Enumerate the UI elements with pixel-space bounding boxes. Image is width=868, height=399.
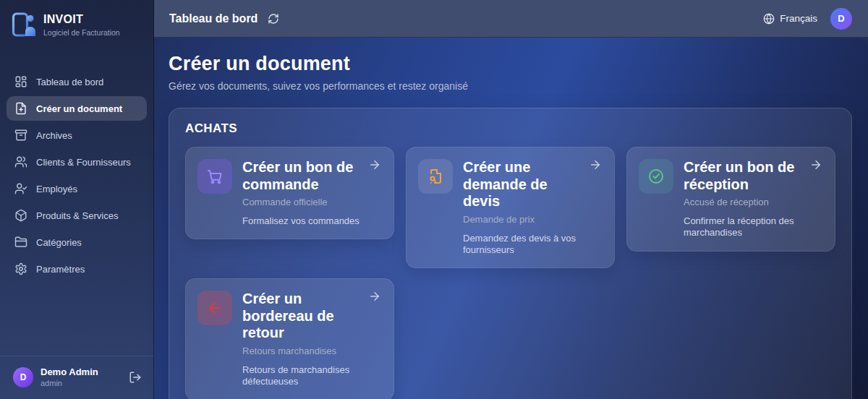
card-body: Créer un bon de commande Commande offici… bbox=[242, 159, 382, 227]
topbar-title: Tableau de bord bbox=[169, 12, 258, 25]
card-body: Créer une demande de devis Demande de pr… bbox=[463, 159, 603, 256]
sidebar-item-produits-services[interactable]: Produits & Services bbox=[7, 203, 147, 228]
card-title: Créer un bordereau de retour bbox=[242, 291, 367, 342]
cart-icon bbox=[197, 159, 232, 194]
card-demande-de-devis[interactable]: Créer une demande de devis Demande de pr… bbox=[406, 147, 615, 268]
globe-icon bbox=[763, 13, 775, 25]
card-description: Formalisez vos commandes bbox=[242, 215, 367, 227]
user-name: Demo Admin bbox=[41, 366, 98, 377]
file-plus-icon bbox=[14, 102, 27, 115]
arrow-right-icon bbox=[809, 158, 822, 171]
main-area: Tableau de bord Français D Créer un docu… bbox=[154, 0, 868, 399]
sidebar-item-label: Employés bbox=[36, 184, 77, 194]
card-subtitle: Commande officielle bbox=[242, 197, 367, 207]
sidebar-item-label: Catégories bbox=[36, 237, 82, 248]
card-bordereau-de-retour[interactable]: Créer un bordereau de retour Retours mar… bbox=[185, 278, 394, 399]
sidebar-item-clients-fournisseurs[interactable]: Clients & Fournisseurs bbox=[7, 150, 147, 174]
user-role: admin bbox=[41, 379, 98, 387]
cards-grid: Créer un bon de commande Commande offici… bbox=[185, 147, 835, 399]
refresh-icon[interactable] bbox=[268, 13, 279, 25]
sidebar-item-archives[interactable]: Archives bbox=[7, 123, 147, 147]
brand-name: INVOIT bbox=[43, 13, 120, 26]
card-body: Créer un bon de réception Accusé de réce… bbox=[684, 159, 823, 239]
language-label: Français bbox=[780, 13, 817, 24]
circle-check-icon bbox=[639, 159, 673, 194]
users-icon bbox=[14, 155, 27, 168]
sidebar-item-label: Archives bbox=[36, 130, 72, 141]
page-title: Créer un document bbox=[169, 53, 852, 75]
card-bon-de-commande[interactable]: Créer un bon de commande Commande offici… bbox=[185, 147, 394, 239]
sidebar-item-label: Clients & Fournisseurs bbox=[36, 157, 131, 168]
page-subtitle: Gérez vos documents, suivez vos performa… bbox=[169, 80, 852, 92]
sidebar-item-label: Tableau de bord bbox=[36, 77, 103, 87]
card-title: Créer un bon de commande bbox=[242, 159, 367, 193]
dashboard-icon bbox=[14, 75, 27, 88]
logout-icon[interactable] bbox=[129, 371, 142, 384]
sidebar-item-parametres[interactable]: Paramètres bbox=[7, 257, 147, 281]
arrow-right-icon bbox=[368, 290, 381, 303]
user-panel: D Demo Admin admin bbox=[0, 356, 153, 399]
arrow-left-icon bbox=[197, 291, 232, 325]
sidebar-item-dashboard[interactable]: Tableau de bord bbox=[7, 69, 147, 94]
card-description: Confirmer la réception des marchandises bbox=[684, 215, 809, 239]
brand-tagline: Logiciel de Facturation bbox=[43, 28, 120, 37]
app-window: INVOIT Logiciel de Facturation Tableau d… bbox=[0, 0, 868, 399]
sidebar-item-create-document[interactable]: Créer un document bbox=[7, 96, 147, 121]
avatar: D bbox=[13, 367, 33, 387]
brand-text: INVOIT Logiciel de Facturation bbox=[43, 13, 120, 37]
language-switcher[interactable]: Français bbox=[763, 13, 817, 25]
sidebar-item-employes[interactable]: Employés bbox=[7, 176, 147, 201]
topbar-right: Français D bbox=[763, 8, 852, 30]
user-check-icon bbox=[14, 182, 27, 195]
card-description: Demandez des devis à vos fournisseurs bbox=[463, 233, 588, 257]
archive-icon bbox=[14, 129, 27, 142]
card-body: Créer un bordereau de retour Retours mar… bbox=[242, 291, 382, 387]
user-info: Demo Admin admin bbox=[41, 366, 98, 387]
sidebar: INVOIT Logiciel de Facturation Tableau d… bbox=[0, 0, 154, 399]
sidebar-item-label: Paramètres bbox=[36, 264, 85, 275]
card-description: Retours de marchandises défectueuses bbox=[242, 364, 367, 388]
topbar: Tableau de bord Français D bbox=[154, 0, 868, 38]
content-surface: Créer un document Gérez vos documents, s… bbox=[154, 38, 868, 399]
invoit-logo-icon bbox=[12, 12, 36, 38]
file-search-icon bbox=[418, 159, 453, 194]
sidebar-nav: Tableau de bord Créer un document Archiv… bbox=[0, 69, 153, 283]
card-bon-de-reception[interactable]: Créer un bon de réception Accusé de réce… bbox=[626, 147, 835, 252]
section-title: ACHATS bbox=[185, 121, 835, 136]
sidebar-item-label: Produits & Services bbox=[36, 210, 118, 221]
avatar[interactable]: D bbox=[830, 8, 852, 30]
package-icon bbox=[14, 209, 27, 222]
achats-panel: ACHATS Créer un bon de commande Commande… bbox=[169, 108, 852, 399]
card-title: Créer une demande de devis bbox=[463, 159, 588, 210]
arrow-right-icon bbox=[368, 158, 381, 171]
card-subtitle: Demande de prix bbox=[463, 214, 588, 225]
brand-header: INVOIT Logiciel de Facturation bbox=[0, 0, 153, 46]
arrow-right-icon bbox=[589, 158, 602, 171]
card-subtitle: Accusé de réception bbox=[684, 197, 809, 207]
card-title: Créer un bon de réception bbox=[684, 159, 809, 193]
settings-icon bbox=[14, 262, 27, 275]
sidebar-item-categories[interactable]: Catégories bbox=[7, 230, 147, 254]
sidebar-item-label: Créer un document bbox=[36, 103, 122, 114]
folder-icon bbox=[14, 236, 27, 249]
card-subtitle: Retours marchandises bbox=[242, 346, 367, 356]
